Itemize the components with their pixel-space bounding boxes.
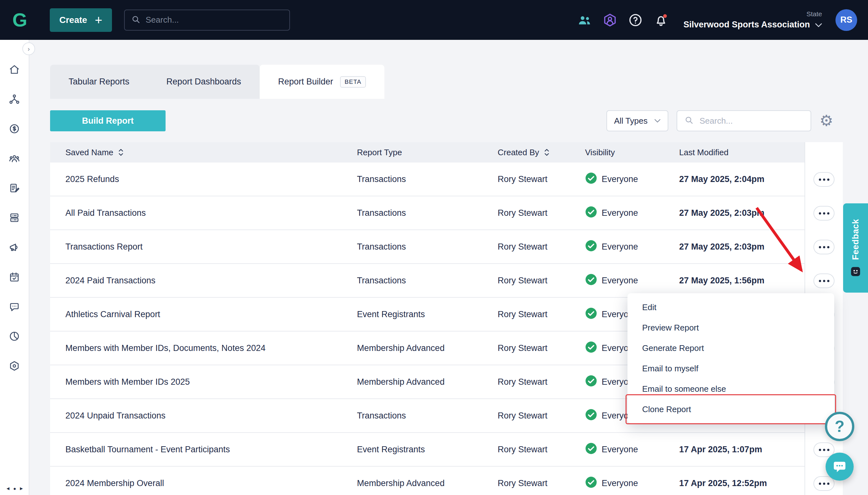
report-search-input[interactable]: [700, 116, 806, 126]
feedback-face-icon: [850, 266, 861, 277]
menu-item-edit[interactable]: Edit: [627, 297, 834, 318]
report-search[interactable]: [676, 110, 811, 131]
menu-item-email-to-someone-else[interactable]: Email to someone else: [627, 379, 834, 399]
type-filter-value: All Types: [614, 116, 648, 126]
report-name[interactable]: Transactions Report: [50, 242, 357, 252]
sidebar-item-members[interactable]: [0, 143, 29, 173]
type-filter-dropdown[interactable]: All Types: [606, 110, 668, 131]
report-created-by: Rory Stewart: [498, 478, 585, 488]
visibility-label: Everyone: [602, 445, 638, 455]
app-logo[interactable]: G: [10, 11, 30, 30]
search-icon: [131, 15, 141, 25]
menu-item-clone-report[interactable]: Clone Report: [627, 399, 834, 420]
column-report-type[interactable]: Report Type: [357, 148, 498, 157]
pager-next-icon[interactable]: ▸: [20, 485, 23, 492]
report-visibility: Everyone: [585, 442, 679, 457]
column-last-modified[interactable]: Last Modified: [679, 148, 804, 157]
check-circle-icon: [585, 375, 597, 389]
tab-report-builder[interactable]: Report Builder BETA: [260, 65, 384, 99]
report-type: Transactions: [357, 242, 498, 252]
menu-item-preview-report[interactable]: Preview Report: [627, 318, 834, 338]
table-row: 2024 Paid Transactions Transactions Rory…: [50, 264, 804, 298]
feedback-tab[interactable]: Feedback: [843, 203, 868, 293]
chat-widget-button[interactable]: [825, 453, 854, 481]
menu-item-generate-report[interactable]: Generate Report: [627, 338, 834, 358]
report-type: Membership Advanced: [357, 377, 498, 387]
report-name[interactable]: Athletics Carnival Report: [50, 309, 357, 319]
check-circle-icon: [585, 409, 597, 423]
table-row: Transactions Report Transactions Rory St…: [50, 230, 804, 264]
sidebar-item-marketplace[interactable]: [0, 351, 29, 380]
report-last-modified: 17 Apr 2025, 1:07pm: [679, 445, 804, 455]
report-name[interactable]: Members with Member IDs 2025: [50, 377, 357, 387]
chat-icon: [9, 301, 20, 312]
sidebar-item-events[interactable]: [0, 262, 29, 292]
finances-icon: [9, 123, 20, 135]
visibility-label: Everyone: [602, 208, 638, 218]
org-name-label: Silverwood Sports Association: [683, 20, 810, 30]
sidebar-item-reports[interactable]: [0, 321, 29, 351]
pager-prev-icon[interactable]: ◂: [6, 485, 9, 492]
user-avatar[interactable]: RS: [835, 9, 857, 31]
help-icon[interactable]: [628, 13, 643, 28]
sidebar-item-kiosk[interactable]: [0, 203, 29, 232]
admin-shield-icon[interactable]: [602, 13, 618, 28]
search-icon: [684, 115, 694, 126]
check-circle-icon: [585, 206, 597, 220]
row-actions-button[interactable]: [814, 240, 835, 254]
row-actions-button[interactable]: [814, 476, 835, 491]
community-icon[interactable]: [577, 13, 592, 28]
column-saved-name[interactable]: Saved Name: [50, 148, 357, 157]
sort-icon: [118, 148, 124, 157]
create-button[interactable]: Create +: [50, 8, 112, 32]
report-name[interactable]: 2025 Refunds: [50, 174, 357, 184]
sidebar-item-organisation[interactable]: [0, 84, 29, 114]
help-widget-button[interactable]: ?: [825, 412, 854, 441]
sidebar-item-finances[interactable]: [0, 114, 29, 143]
sidebar-item-messages[interactable]: [0, 292, 29, 321]
report-name[interactable]: 2024 Paid Transactions: [50, 276, 357, 286]
row-actions-button[interactable]: [814, 172, 835, 187]
menu-item-email-to-myself[interactable]: Email to myself: [627, 358, 834, 379]
pager-dot-icon[interactable]: ●: [13, 486, 16, 491]
global-search[interactable]: [124, 10, 290, 31]
build-report-button[interactable]: Build Report: [50, 110, 166, 131]
notifications-bell-icon[interactable]: [653, 13, 669, 28]
table-row: All Paid Transactions Transactions Rory …: [50, 197, 804, 230]
report-visibility: Everyone: [585, 206, 679, 220]
org-switcher[interactable]: State Silverwood Sports Association: [683, 10, 822, 30]
report-last-modified: 27 May 2025, 1:56pm: [679, 276, 804, 286]
main-area: Tabular Reports Report Dashboards Report…: [29, 40, 868, 495]
pie-chart-icon: [9, 330, 20, 342]
column-created-by[interactable]: Created By: [498, 148, 585, 157]
sidebar: › ◂ ● ▸: [0, 40, 29, 495]
report-name[interactable]: All Paid Transactions: [50, 208, 357, 218]
chevron-down-icon: [654, 119, 661, 123]
column-visibility[interactable]: Visibility: [585, 148, 679, 157]
sidebar-item-communications[interactable]: [0, 232, 29, 262]
row-actions-menu: Edit Preview Report Generate Report Emai…: [627, 293, 834, 423]
report-name[interactable]: 2024 Membership Overall: [50, 478, 357, 488]
sidebar-item-home[interactable]: [0, 54, 29, 84]
report-name[interactable]: 2024 Unpaid Transactions: [50, 411, 357, 421]
tab-report-dashboards[interactable]: Report Dashboards: [148, 65, 260, 99]
report-name[interactable]: Basketball Tournament - Event Participan…: [50, 445, 357, 455]
forms-icon: [9, 182, 20, 194]
sidebar-collapse-button[interactable]: ›: [22, 42, 35, 55]
beta-badge: BETA: [340, 76, 365, 88]
row-actions-button[interactable]: [814, 273, 835, 288]
row-actions-button[interactable]: [814, 206, 835, 221]
create-button-label: Create: [59, 15, 87, 25]
table-row: 2024 Membership Overall Membership Advan…: [50, 467, 804, 495]
check-circle-icon: [585, 273, 597, 288]
report-name[interactable]: Members with Member IDs, Documents, Note…: [50, 343, 357, 353]
global-search-input[interactable]: [146, 15, 283, 25]
sidebar-item-forms[interactable]: [0, 173, 29, 203]
tab-tabular-reports[interactable]: Tabular Reports: [50, 65, 148, 99]
calendar-icon: [9, 271, 20, 283]
org-type-label: State: [683, 10, 822, 18]
megaphone-icon: [9, 242, 20, 253]
report-visibility: Everyone: [585, 273, 679, 288]
settings-gear-icon[interactable]: ⚙: [819, 113, 833, 129]
home-icon: [9, 64, 20, 75]
